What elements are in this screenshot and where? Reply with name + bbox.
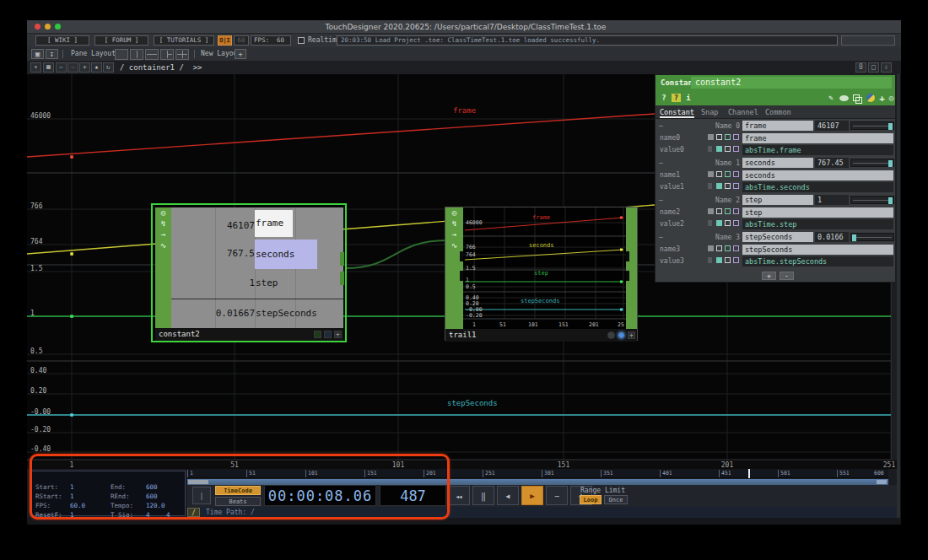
node-name-bar[interactable]: constant2 +	[155, 328, 343, 341]
param-expression-field[interactable]: absTime.stepSeconds	[742, 256, 893, 267]
help-icon[interactable]: ?	[660, 94, 668, 102]
chat-icon[interactable]	[839, 95, 849, 101]
perform-mode-button[interactable]: O|I	[218, 35, 232, 46]
param-value-field[interactable]: 46107	[815, 121, 849, 131]
toggle-square[interactable]	[708, 257, 712, 263]
toggle-square[interactable]	[716, 183, 722, 189]
param-value-field[interactable]: 1	[815, 195, 849, 205]
toggle-square[interactable]	[716, 134, 722, 140]
param-name-field[interactable]: step	[742, 195, 813, 205]
parameter-dialog[interactable]: Constant constant2 ? ? i ✎ + ◎ Constant …	[655, 74, 896, 283]
toggle-square[interactable]	[725, 208, 731, 214]
target-icon[interactable]: ◎	[887, 94, 896, 102]
plus-icon[interactable]: +	[628, 331, 635, 339]
node-trail1[interactable]: ◎ ↯ → ∿	[445, 207, 638, 341]
active-viewer-icon[interactable]	[618, 331, 625, 339]
node-constant2[interactable]: ◎ ↯ → ∿ 46107 frame 767.5 seconds 1 step…	[151, 203, 347, 342]
toggle-square[interactable]	[708, 171, 714, 177]
tab-snap[interactable]: Snap	[701, 108, 718, 116]
info-value[interactable]: 600	[146, 483, 158, 491]
param-expression-field[interactable]: absTime.step	[742, 219, 893, 229]
back-arrow-icon[interactable]: ⇦	[56, 62, 67, 73]
stop-icon[interactable]: ■	[43, 62, 54, 73]
param-value-field[interactable]: 0.0166	[815, 232, 849, 242]
toggle-square[interactable]	[733, 257, 739, 263]
layout-preset-grid[interactable]	[175, 49, 189, 60]
lock-flag-icon[interactable]: ∿	[445, 240, 463, 251]
tab-common[interactable]: Common	[765, 108, 791, 116]
layout-preset-vsplit[interactable]	[130, 49, 143, 60]
pane-split-icon[interactable]: ⇩	[881, 62, 892, 73]
fps-cap-box[interactable]: 60	[234, 35, 249, 46]
info-value[interactable]: 1	[70, 493, 74, 500]
frame-marker-button[interactable]: |	[192, 487, 211, 504]
pause-icon[interactable]: ‖	[472, 486, 494, 505]
output-connector[interactable]	[340, 272, 344, 285]
wiki-button[interactable]: [ WIKI ]	[35, 35, 89, 46]
pane-zero-button[interactable]: 0	[855, 62, 866, 73]
toggle-square[interactable]	[733, 183, 739, 189]
operator-name-field[interactable]: constant2	[691, 77, 892, 89]
layout-preset-hsplit[interactable]	[145, 49, 159, 60]
export-flag-icon[interactable]: →	[155, 229, 171, 240]
play-forward-icon[interactable]: ▶	[521, 486, 543, 505]
graph-ruler[interactable]	[27, 460, 897, 469]
add-parameter-icon[interactable]: +	[877, 93, 887, 104]
param-expression-field[interactable]: absTime.seconds	[742, 182, 893, 192]
once-button[interactable]: Once	[604, 495, 628, 504]
toggle-square[interactable]	[733, 134, 739, 140]
layout-preset-three[interactable]	[160, 49, 174, 60]
trail-graph[interactable]: frame seconds step stepSeconds 46000 766…	[463, 207, 626, 329]
param-string-field[interactable]: seconds	[742, 170, 893, 180]
star-icon[interactable]: ★	[91, 62, 102, 73]
param-string-field[interactable]: step	[742, 207, 893, 218]
copy-parameters-icon[interactable]	[853, 94, 860, 101]
jump-to-start-icon[interactable]: ◀◀	[448, 486, 470, 505]
pane-menu-icon[interactable]: ▾	[30, 62, 41, 73]
remove-channel-button[interactable]: -	[780, 272, 794, 280]
range-handle-left[interactable]	[188, 480, 208, 484]
cycle-icon[interactable]: ↻	[103, 62, 114, 73]
viewer-flag-icon[interactable]: ◎	[445, 207, 463, 218]
output-connector[interactable]	[626, 271, 629, 281]
viewer-toggle-icon[interactable]	[607, 331, 615, 339]
forward-arrow-icon[interactable]: ⇨	[67, 62, 78, 73]
range-handle-right[interactable]	[877, 480, 887, 484]
export-flag-icon[interactable]: →	[445, 229, 463, 240]
param-name-field[interactable]: stepSeconds	[742, 232, 813, 242]
pane-maximize-icon[interactable]: □	[868, 62, 879, 73]
info-icon[interactable]: i	[684, 94, 693, 102]
node-name-bar[interactable]: trail1 +	[445, 329, 637, 342]
output-connector[interactable]	[340, 252, 344, 266]
fps-display[interactable]: FPS: 60	[251, 35, 291, 46]
viewer-flag-icon[interactable]: ◎	[155, 207, 171, 218]
toggle-square[interactable]	[716, 171, 722, 177]
toggle-square[interactable]	[725, 257, 731, 263]
tab-constant[interactable]: Constant	[660, 108, 694, 118]
minimize-window-icon[interactable]	[45, 24, 51, 30]
param-slider[interactable]	[850, 121, 894, 130]
beats-mode-button[interactable]: Beats	[215, 497, 261, 506]
lock-flag-icon[interactable]: ∿	[155, 240, 171, 251]
param-string-field[interactable]: frame	[742, 133, 893, 143]
toggle-square[interactable]	[716, 208, 722, 214]
toggle-square[interactable]	[708, 220, 712, 226]
param-name-field[interactable]: seconds	[742, 158, 813, 168]
toggle-square[interactable]	[716, 146, 722, 152]
toggle-square[interactable]	[716, 245, 722, 251]
save-icon[interactable]: ↧	[46, 49, 58, 59]
toggle-square[interactable]	[733, 171, 739, 177]
toggle-square[interactable]	[708, 183, 712, 189]
param-expression-field[interactable]: absTime.frame	[742, 145, 893, 155]
toggle-square[interactable]	[725, 183, 731, 189]
image-viewer-icon[interactable]: ▣	[31, 49, 44, 59]
toggle-square[interactable]	[725, 220, 731, 226]
loop-button[interactable]: Loop	[580, 495, 602, 504]
toggle-square[interactable]	[733, 146, 739, 152]
toggle-square[interactable]	[725, 245, 731, 251]
toggle-square[interactable]	[708, 245, 714, 251]
toggle-square[interactable]	[725, 134, 731, 140]
toggle-square[interactable]	[725, 146, 731, 152]
toggle-square[interactable]	[725, 171, 731, 177]
toggle-square[interactable]	[733, 208, 739, 214]
